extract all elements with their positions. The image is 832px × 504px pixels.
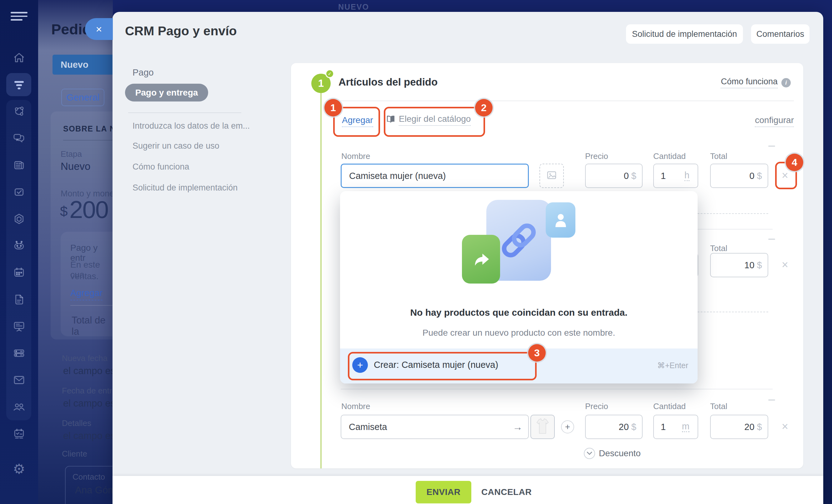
close-icon: × [96, 23, 102, 35]
crm-payment-modal: CRM Pago y envío Solicitud de implementa… [112, 12, 823, 504]
nav-group-pago[interactable]: Pago [132, 67, 154, 78]
field-value: el campo es [63, 398, 113, 409]
order-items-title: Artículos del pedido [338, 76, 438, 88]
send-button[interactable]: ENVIAR [416, 481, 471, 503]
remove-row-icon[interactable]: × [782, 421, 788, 432]
currency-suffix: $ [757, 422, 762, 432]
etapa-value: Nuevo [61, 161, 90, 172]
bot-icon[interactable] [0, 238, 38, 253]
deals-funnel-icon[interactable] [0, 77, 38, 92]
product-thumbnail[interactable] [530, 415, 555, 439]
qty-label: Cantidad [653, 151, 686, 161]
close-modal-button[interactable]: × [85, 18, 113, 40]
currency-suffix: $ [631, 171, 636, 181]
settings-gear-icon[interactable]: ⚙ [0, 461, 38, 477]
etapa-label: Etapa [61, 149, 82, 159]
monto-currency: $ [60, 204, 68, 219]
price-value: 20 [619, 422, 629, 432]
products-hexagon-icon[interactable] [0, 212, 38, 226]
comments-button[interactable]: Comentarios [751, 24, 809, 44]
field-label: Detalles [62, 418, 91, 428]
divider [128, 112, 241, 113]
collapse-row-handle[interactable] [768, 145, 775, 147]
unit-selector[interactable]: m [682, 422, 690, 432]
calendar-icon[interactable] [0, 265, 38, 280]
qty-input[interactable]: 1 h [653, 164, 698, 188]
section-title: SOBRE LA NEG [63, 124, 113, 133]
nav-item-datos-empresa[interactable]: Introduzca los datos de la em... [132, 121, 250, 131]
item-name-input[interactable]: Camiseta → [341, 415, 529, 439]
image-placeholder-slot[interactable] [540, 164, 564, 188]
divider [70, 305, 113, 306]
collapse-row-handle[interactable] [768, 399, 775, 401]
step-check-icon: ✓ [326, 69, 334, 78]
nav-item-solicitud[interactable]: Solicitud de implementación [132, 183, 237, 193]
currency-suffix: $ [757, 260, 762, 271]
annotation-box-2 [384, 107, 485, 137]
info-icon[interactable]: i [781, 78, 791, 87]
network-icon[interactable] [0, 104, 38, 119]
annotation-badge-2: 2 [475, 99, 493, 116]
field-label: Cliente [62, 449, 87, 459]
implementation-request-button[interactable]: Solicitud de implementación [626, 24, 743, 44]
item-name-input[interactable]: Camiseta mujer (nueva) [341, 164, 529, 188]
price-input[interactable]: 20 $ [585, 415, 643, 439]
price-input[interactable]: 0 $ [585, 164, 643, 188]
total-label: Total [710, 244, 727, 253]
how-it-works-link[interactable]: Cómo funciona [721, 77, 778, 88]
name-label: Nombre [341, 151, 370, 161]
modal-footer: ENVIAR CANCELAR [112, 476, 823, 504]
mail-icon[interactable] [0, 372, 38, 388]
events-calendar-icon[interactable] [0, 426, 38, 441]
total-input[interactable]: 0 $ [710, 164, 768, 188]
monto-value: 200 [69, 195, 108, 224]
nav-item-como-funciona[interactable]: Cómo funciona [132, 162, 189, 172]
person-badge-illustration [546, 202, 575, 237]
discount-toggle[interactable] [584, 448, 595, 459]
chevron-down-icon [587, 451, 592, 455]
collapse-row-handle[interactable] [768, 239, 775, 240]
stage-button[interactable]: Nuevo [53, 55, 113, 75]
discount-label[interactable]: Descuento [599, 448, 641, 458]
product-suggest-popup: No hay productos que coincidan con su en… [340, 191, 698, 384]
contacts-users-icon[interactable] [0, 399, 38, 414]
qty-label: Cantidad [653, 401, 686, 411]
total-value: 10 [745, 260, 754, 271]
add-image-button[interactable]: + [561, 420, 574, 433]
annotation-box-3 [348, 352, 537, 380]
modal-title: CRM Pago y envío [125, 24, 237, 38]
field-value: el campo es [63, 365, 113, 376]
total-value: 20 [745, 422, 754, 432]
divider [341, 101, 794, 101]
tasks-check-icon[interactable] [0, 185, 38, 199]
tshirt-image [532, 416, 553, 438]
qty-input[interactable]: 1 m [653, 415, 698, 439]
remove-row-icon[interactable]: × [782, 259, 788, 271]
widget-line2: ventas. [70, 271, 99, 281]
menu-icon[interactable] [10, 12, 27, 23]
total-label: Total [710, 151, 727, 161]
nav-item-caso-de-uso[interactable]: Sugerir un caso de uso [132, 141, 219, 151]
unit-selector[interactable]: h [684, 170, 690, 181]
field-value: el campo es [63, 430, 113, 442]
annotation-badge-3: 3 [528, 344, 546, 362]
storage-drive-icon[interactable] [0, 346, 38, 361]
ads-screen-icon[interactable] [0, 319, 38, 334]
document-icon[interactable] [0, 292, 38, 307]
cancel-button[interactable]: CANCELAR [481, 481, 531, 503]
name-label: Nombre [341, 401, 370, 411]
home-icon[interactable] [0, 50, 38, 65]
divider [63, 140, 113, 141]
tab-general[interactable]: General [61, 89, 104, 106]
chats-icon[interactable] [0, 131, 38, 146]
annotation-badge-4: 4 [786, 153, 803, 171]
total-input[interactable]: 10 $ [710, 253, 768, 277]
widget-add-link[interactable]: Agregar [70, 288, 103, 300]
news-card-icon[interactable] [0, 158, 38, 173]
background-page: Pedido Nuevo General SOBRE LA NEG Etapa … [38, 0, 113, 504]
picture-icon [546, 170, 557, 182]
nav-item-pago-y-entrega[interactable]: Pago y entrega [125, 84, 208, 102]
arrow-right-icon[interactable]: → [513, 421, 523, 433]
configure-link[interactable]: configurar [755, 115, 794, 127]
total-input[interactable]: 20 $ [710, 415, 768, 439]
